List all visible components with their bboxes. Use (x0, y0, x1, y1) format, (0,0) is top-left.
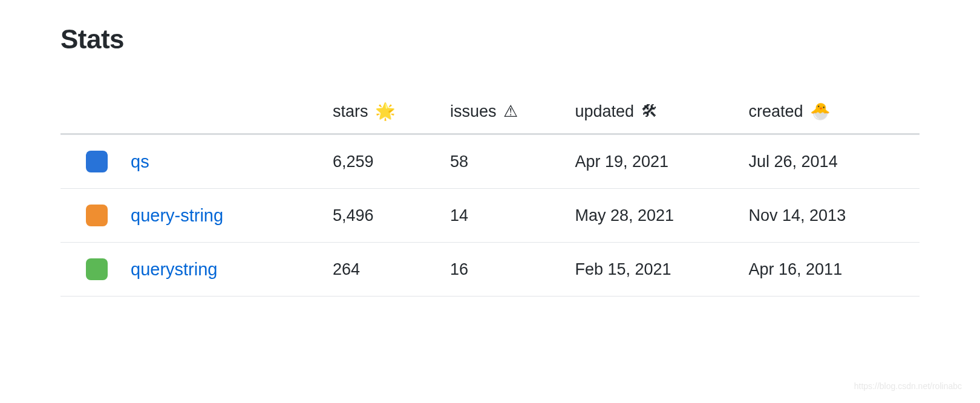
table-row: qs 6,259 58 Apr 19, 2021 Jul 26, 2014 (60, 134, 920, 189)
header-package (60, 91, 333, 134)
stats-table: stars 🌟 issues ⚠ updated 🛠 created 🐣 qs (60, 91, 920, 297)
color-swatch (86, 205, 108, 226)
package-link[interactable]: query-string (131, 206, 223, 226)
created-cell: Apr 16, 2011 (749, 243, 920, 297)
updated-cell: Apr 19, 2021 (575, 134, 748, 189)
package-cell: qs (60, 134, 333, 189)
package-link[interactable]: qs (131, 152, 149, 172)
header-created[interactable]: created 🐣 (749, 91, 920, 134)
header-stars-label: stars (333, 102, 368, 120)
package-cell: query-string (60, 189, 333, 243)
tools-icon: 🛠 (641, 102, 658, 120)
issues-cell: 16 (450, 243, 575, 297)
header-issues-label: issues (450, 102, 497, 120)
issues-cell: 14 (450, 189, 575, 243)
package-cell: querystring (60, 243, 333, 297)
page-title: Stats (60, 24, 920, 54)
color-swatch (86, 151, 108, 172)
package-link[interactable]: querystring (131, 260, 217, 280)
updated-cell: Feb 15, 2021 (575, 243, 748, 297)
created-cell: Jul 26, 2014 (749, 134, 920, 189)
color-swatch (86, 258, 108, 280)
star-icon: 🌟 (375, 102, 396, 120)
stars-cell: 264 (333, 243, 450, 297)
created-cell: Nov 14, 2013 (749, 189, 920, 243)
table-body: qs 6,259 58 Apr 19, 2021 Jul 26, 2014 qu… (60, 134, 920, 297)
table-header-row: stars 🌟 issues ⚠ updated 🛠 created 🐣 (60, 91, 920, 134)
updated-cell: May 28, 2021 (575, 189, 748, 243)
header-created-label: created (749, 102, 803, 120)
stars-cell: 6,259 (333, 134, 450, 189)
table-row: query-string 5,496 14 May 28, 2021 Nov 1… (60, 189, 920, 243)
issues-cell: 58 (450, 134, 575, 189)
header-stars[interactable]: stars 🌟 (333, 91, 450, 134)
header-updated-label: updated (575, 102, 634, 120)
warning-icon: ⚠ (503, 102, 518, 120)
stars-cell: 5,496 (333, 189, 450, 243)
header-issues[interactable]: issues ⚠ (450, 91, 575, 134)
hatching-chick-icon: 🐣 (810, 102, 831, 120)
header-updated[interactable]: updated 🛠 (575, 91, 748, 134)
table-row: querystring 264 16 Feb 15, 2021 Apr 16, … (60, 243, 920, 297)
